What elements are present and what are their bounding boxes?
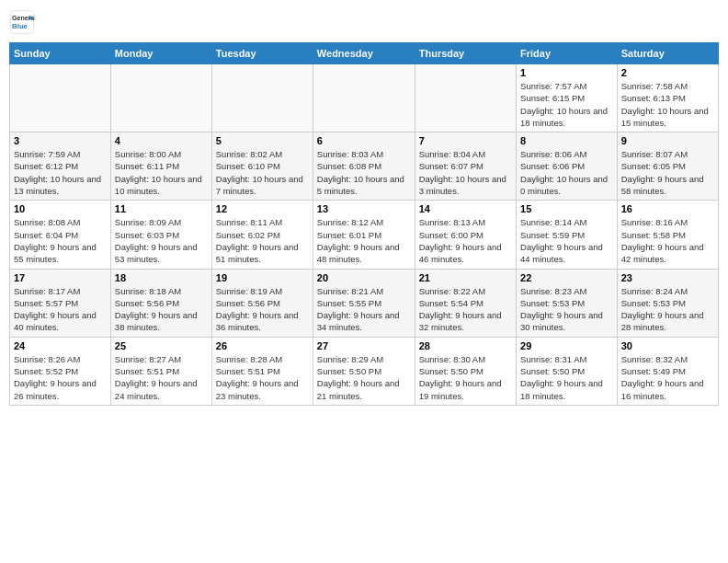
weekday-header: Thursday [415, 43, 516, 64]
calendar-cell: 20Sunrise: 8:21 AM Sunset: 5:55 PM Dayli… [313, 269, 415, 337]
calendar-cell: 17Sunrise: 8:17 AM Sunset: 5:57 PM Dayli… [10, 269, 111, 337]
calendar-cell: 12Sunrise: 8:11 AM Sunset: 6:02 PM Dayli… [211, 201, 313, 269]
day-number: 1 [520, 67, 613, 78]
day-info: Sunrise: 8:17 AM Sunset: 5:57 PM Dayligh… [14, 285, 107, 334]
calendar-cell: 28Sunrise: 8:30 AM Sunset: 5:50 PM Dayli… [415, 337, 516, 405]
day-info: Sunrise: 8:30 AM Sunset: 5:50 PM Dayligh… [419, 353, 512, 402]
calendar-cell: 18Sunrise: 8:18 AM Sunset: 5:56 PM Dayli… [110, 269, 211, 337]
day-info: Sunrise: 8:04 AM Sunset: 6:07 PM Dayligh… [419, 148, 512, 197]
svg-text:Blue: Blue [12, 22, 28, 30]
day-number: 10 [14, 203, 107, 214]
calendar-table: SundayMondayTuesdayWednesdayThursdayFrid… [9, 42, 719, 406]
day-number: 16 [621, 203, 714, 214]
calendar-cell: 23Sunrise: 8:24 AM Sunset: 5:53 PM Dayli… [617, 269, 718, 337]
weekday-header: Monday [110, 43, 211, 64]
day-number: 22 [520, 272, 613, 283]
calendar-cell: 9Sunrise: 8:07 AM Sunset: 6:05 PM Daylig… [617, 132, 718, 201]
calendar-cell [415, 64, 516, 132]
logo: General Blue [9, 9, 37, 35]
calendar-cell: 4Sunrise: 8:00 AM Sunset: 6:11 PM Daylig… [110, 132, 211, 201]
day-info: Sunrise: 8:02 AM Sunset: 6:10 PM Dayligh… [216, 148, 309, 197]
day-number: 15 [520, 203, 613, 214]
day-number: 24 [14, 340, 107, 351]
day-number: 26 [216, 340, 309, 351]
day-number: 4 [115, 135, 208, 146]
day-number: 27 [317, 340, 411, 351]
calendar-week: 1Sunrise: 7:57 AM Sunset: 6:15 PM Daylig… [10, 64, 719, 132]
day-info: Sunrise: 8:07 AM Sunset: 6:05 PM Dayligh… [621, 148, 714, 197]
calendar-cell: 25Sunrise: 8:27 AM Sunset: 5:51 PM Dayli… [110, 337, 211, 405]
day-number: 30 [621, 340, 714, 351]
day-info: Sunrise: 8:27 AM Sunset: 5:51 PM Dayligh… [115, 353, 208, 402]
day-info: Sunrise: 8:06 AM Sunset: 6:06 PM Dayligh… [520, 148, 613, 197]
day-number: 21 [419, 272, 512, 283]
day-number: 7 [419, 135, 512, 146]
day-number: 12 [216, 203, 309, 214]
day-info: Sunrise: 8:11 AM Sunset: 6:02 PM Dayligh… [216, 216, 309, 265]
day-number: 3 [14, 135, 107, 146]
calendar-cell: 29Sunrise: 8:31 AM Sunset: 5:50 PM Dayli… [517, 337, 618, 405]
day-info: Sunrise: 8:29 AM Sunset: 5:50 PM Dayligh… [317, 353, 411, 402]
calendar-cell [10, 64, 111, 132]
calendar-cell: 13Sunrise: 8:12 AM Sunset: 6:01 PM Dayli… [313, 201, 415, 269]
day-info: Sunrise: 8:32 AM Sunset: 5:49 PM Dayligh… [621, 353, 714, 402]
day-info: Sunrise: 8:26 AM Sunset: 5:52 PM Dayligh… [14, 353, 107, 402]
page-header: General Blue [9, 9, 719, 35]
day-number: 19 [216, 272, 309, 283]
calendar-cell: 3Sunrise: 7:59 AM Sunset: 6:12 PM Daylig… [10, 132, 111, 201]
calendar-week: 17Sunrise: 8:17 AM Sunset: 5:57 PM Dayli… [10, 269, 719, 337]
day-number: 14 [419, 203, 512, 214]
calendar-cell: 2Sunrise: 7:58 AM Sunset: 6:13 PM Daylig… [617, 64, 718, 132]
day-number: 29 [520, 340, 613, 351]
calendar-body: 1Sunrise: 7:57 AM Sunset: 6:15 PM Daylig… [10, 64, 719, 406]
day-info: Sunrise: 8:00 AM Sunset: 6:11 PM Dayligh… [115, 148, 208, 197]
weekday-header: Wednesday [313, 43, 415, 64]
day-number: 2 [621, 67, 714, 78]
day-info: Sunrise: 7:57 AM Sunset: 6:15 PM Dayligh… [520, 80, 613, 129]
calendar-cell [313, 64, 415, 132]
day-info: Sunrise: 8:31 AM Sunset: 5:50 PM Dayligh… [520, 353, 613, 402]
calendar-header: SundayMondayTuesdayWednesdayThursdayFrid… [10, 43, 719, 64]
day-number: 6 [317, 135, 411, 146]
calendar-cell: 11Sunrise: 8:09 AM Sunset: 6:03 PM Dayli… [110, 201, 211, 269]
day-number: 25 [115, 340, 208, 351]
calendar-cell: 19Sunrise: 8:19 AM Sunset: 5:56 PM Dayli… [211, 269, 313, 337]
day-info: Sunrise: 8:08 AM Sunset: 6:04 PM Dayligh… [14, 216, 107, 265]
calendar-cell: 21Sunrise: 8:22 AM Sunset: 5:54 PM Dayli… [415, 269, 516, 337]
calendar-cell: 27Sunrise: 8:29 AM Sunset: 5:50 PM Dayli… [313, 337, 415, 405]
day-number: 8 [520, 135, 613, 146]
day-number: 17 [14, 272, 107, 283]
day-number: 23 [621, 272, 714, 283]
day-number: 13 [317, 203, 411, 214]
calendar-cell: 15Sunrise: 8:14 AM Sunset: 5:59 PM Dayli… [517, 201, 618, 269]
day-info: Sunrise: 8:18 AM Sunset: 5:56 PM Dayligh… [115, 285, 208, 334]
day-info: Sunrise: 8:22 AM Sunset: 5:54 PM Dayligh… [419, 285, 512, 334]
day-info: Sunrise: 8:23 AM Sunset: 5:53 PM Dayligh… [520, 285, 613, 334]
calendar-cell: 16Sunrise: 8:16 AM Sunset: 5:58 PM Dayli… [617, 201, 718, 269]
day-info: Sunrise: 7:59 AM Sunset: 6:12 PM Dayligh… [14, 148, 107, 197]
calendar-week: 3Sunrise: 7:59 AM Sunset: 6:12 PM Daylig… [10, 132, 719, 201]
calendar-week: 10Sunrise: 8:08 AM Sunset: 6:04 PM Dayli… [10, 201, 719, 269]
day-number: 11 [115, 203, 208, 214]
calendar-cell [211, 64, 313, 132]
weekday-header: Sunday [10, 43, 111, 64]
calendar-cell: 6Sunrise: 8:03 AM Sunset: 6:08 PM Daylig… [313, 132, 415, 201]
calendar-cell: 14Sunrise: 8:13 AM Sunset: 6:00 PM Dayli… [415, 201, 516, 269]
calendar-cell: 30Sunrise: 8:32 AM Sunset: 5:49 PM Dayli… [617, 337, 718, 405]
day-number: 18 [115, 272, 208, 283]
day-number: 28 [419, 340, 512, 351]
calendar-cell: 8Sunrise: 8:06 AM Sunset: 6:06 PM Daylig… [517, 132, 618, 201]
weekday-header: Tuesday [211, 43, 313, 64]
day-info: Sunrise: 8:14 AM Sunset: 5:59 PM Dayligh… [520, 216, 613, 265]
day-number: 9 [621, 135, 714, 146]
day-info: Sunrise: 8:03 AM Sunset: 6:08 PM Dayligh… [317, 148, 411, 197]
day-info: Sunrise: 8:24 AM Sunset: 5:53 PM Dayligh… [621, 285, 714, 334]
calendar-cell [110, 64, 211, 132]
calendar-cell: 22Sunrise: 8:23 AM Sunset: 5:53 PM Dayli… [517, 269, 618, 337]
calendar-cell: 10Sunrise: 8:08 AM Sunset: 6:04 PM Dayli… [10, 201, 111, 269]
calendar-cell: 7Sunrise: 8:04 AM Sunset: 6:07 PM Daylig… [415, 132, 516, 201]
calendar-cell: 24Sunrise: 8:26 AM Sunset: 5:52 PM Dayli… [10, 337, 111, 405]
calendar-cell: 1Sunrise: 7:57 AM Sunset: 6:15 PM Daylig… [517, 64, 618, 132]
logo-icon: General Blue [9, 9, 35, 35]
day-info: Sunrise: 8:13 AM Sunset: 6:00 PM Dayligh… [419, 216, 512, 265]
